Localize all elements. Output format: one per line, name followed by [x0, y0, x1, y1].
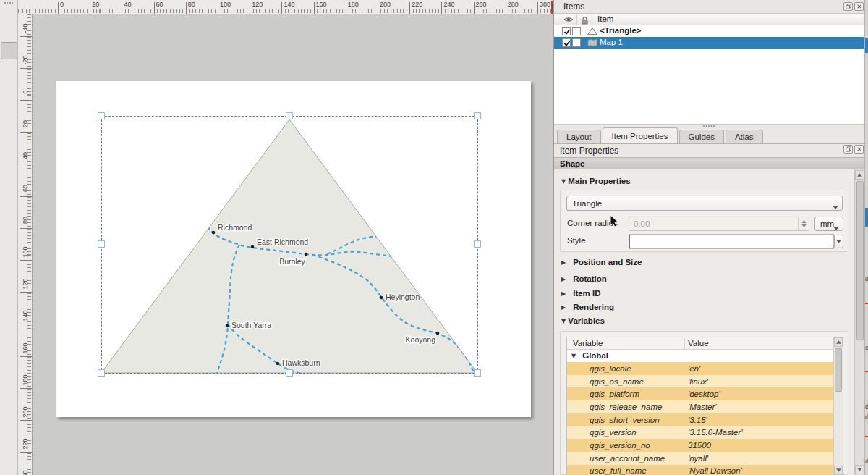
- scroll-up-button[interactable]: [855, 170, 864, 180]
- Rendering[interactable]: ▼ ▶ Rendering: [561, 303, 614, 311]
- undock-panel-button[interactable]: [843, 2, 853, 11]
- style-preview-swatch: [629, 235, 833, 248]
- item-type-icon: [587, 27, 597, 35]
- add-node-item-tool[interactable]: [1, 277, 17, 295]
- clipped-text-fragment: d: [865, 458, 868, 465]
- vertical-ruler: -40 -20 0 20 40 60 80 100 120 140 160 18…: [18, 14, 33, 475]
- Item ID[interactable]: ▼ ▶ Item ID: [561, 289, 601, 298]
- item-properties-scroll-area: ▼ ▶ Main Properties Triangle Corner radi…: [554, 169, 864, 475]
- edit-nodes-item-tool[interactable]: [1, 78, 17, 96]
- shape-type-combobox[interactable]: Triangle: [566, 196, 843, 211]
- item-row[interactable]: Map 1: [554, 37, 864, 49]
- selection-handle[interactable]: [98, 369, 105, 377]
- Position and Size[interactable]: ▼ ▶ Position and Size: [561, 258, 642, 266]
- variable-row[interactable]: user_full_name 'Nyall Dawson': [567, 465, 843, 475]
- zoom-tool[interactable]: [1, 24, 17, 41]
- selection-handle[interactable]: [286, 112, 293, 119]
- right-dock-panel: Items Item: [553, 0, 868, 475]
- Item Properties[interactable]: Item Properties: [603, 127, 678, 143]
- scrollbar-thumb[interactable]: [835, 348, 842, 392]
- variables-rows: qgis_locale 'en' qgis_os_name 'linux' qg…: [567, 362, 843, 475]
- clipped-text-fragment: ay: [865, 275, 868, 282]
- variable-value: 'linux': [688, 377, 708, 386]
- item-row[interactable]: <Triangle>: [554, 25, 864, 37]
- style-dropdown-button[interactable]: [834, 235, 843, 248]
- map-item-selection[interactable]: [101, 116, 478, 374]
- Atlas[interactable]: Atlas: [726, 130, 763, 143]
- variables-table-scrollbar[interactable]: [833, 337, 843, 475]
- style-button[interactable]: [629, 235, 843, 248]
- variable-row[interactable]: qgis_version '3.15.0-Master': [567, 426, 843, 439]
- Layout[interactable]: Layout: [557, 130, 601, 143]
- add-marker-tool[interactable]: [1, 241, 17, 258]
- global-variables-group-row[interactable]: ▼ Global: [567, 350, 843, 362]
- scrollbar-thumb[interactable]: [856, 181, 864, 340]
- scroll-down-button[interactable]: [855, 465, 864, 474]
- lock-checkbox[interactable]: [572, 38, 581, 47]
- select-move-item-tool[interactable]: [1, 42, 17, 59]
- selection-handle[interactable]: [98, 112, 105, 119]
- items-panel-title: Items: [563, 1, 584, 12]
- move-item-content-tool[interactable]: [1, 60, 17, 77]
- layout-canvas[interactable]: RichmondEast RichmondBurnleyHeyingtonSou…: [0, 0, 553, 475]
- chevron-down-icon: [833, 202, 838, 206]
- add-attribute-table-tool[interactable]: [1, 314, 17, 331]
- items-panel-header: Items: [554, 0, 864, 13]
- add-north-arrow-tool[interactable]: [1, 205, 17, 222]
- visibility-checkbox[interactable]: [562, 38, 571, 47]
- close-panel-button[interactable]: [854, 2, 864, 11]
- spin-buttons[interactable]: [798, 217, 809, 230]
- pan-tool[interactable]: [1, 6, 17, 23]
- items-list: <Triangle> Map 1: [554, 25, 864, 125]
- add-scalebar-tool[interactable]: [1, 187, 17, 204]
- close-panel-button[interactable]: [854, 145, 864, 154]
- variable-row[interactable]: user_account_name 'nyall': [567, 452, 843, 465]
- chevron-down-icon: ▼: [561, 318, 566, 324]
- Variables[interactable]: ▼ ▶ Variables: [561, 316, 605, 325]
- add-legend-tool[interactable]: [1, 169, 17, 186]
- item-type-icon: [587, 38, 597, 47]
- variable-name: qgis_release_name: [567, 403, 688, 411]
- add-3d-map-tool[interactable]: [1, 114, 17, 132]
- lock-checkbox[interactable]: [572, 27, 581, 35]
- selection-handle[interactable]: [286, 369, 293, 377]
- scroll-down-button[interactable]: [834, 466, 843, 475]
- add-shape-tool[interactable]: [1, 223, 17, 240]
- variables-table: Variable Value ▼ Global qgis_locale 'en': [566, 337, 843, 475]
- variable-row[interactable]: qgis_version_no 31500: [567, 439, 843, 452]
- variable-value: '3.15.0-Master': [688, 428, 742, 437]
- toolbar-grip[interactable]: [4, 2, 13, 4]
- variable-column-header: Variable: [573, 339, 603, 348]
- variable-row[interactable]: qgis_platform 'desktop': [567, 387, 843, 400]
- variables-table-header: Variable Value: [567, 337, 843, 350]
- Guides[interactable]: Guides: [679, 130, 724, 143]
- add-picture-tool[interactable]: [1, 133, 17, 150]
- variable-row[interactable]: qgis_os_name 'linux': [567, 375, 843, 388]
- corner-radius-spinbox[interactable]: 0.00: [629, 217, 809, 231]
- visibility-checkbox[interactable]: [562, 27, 571, 35]
- horizontal-ruler: 0 20 40 60 80 100 120 140 160 180 200 22…: [18, 0, 553, 14]
- selection-handle[interactable]: [474, 240, 481, 248]
- item-properties-scrollbar[interactable]: [854, 169, 864, 475]
- undock-panel-button[interactable]: [843, 145, 853, 154]
- variables-group: Variable Value ▼ Global qgis_locale 'en': [560, 331, 848, 475]
- selection-handle[interactable]: [98, 240, 105, 248]
- Rotation[interactable]: ▼ ▶ Rotation: [561, 274, 607, 283]
- add-fixed-table-tool[interactable]: [1, 332, 17, 349]
- add-html-tool[interactable]: [1, 295, 17, 313]
- selection-handle[interactable]: [474, 112, 481, 119]
- add-label-tool[interactable]: [1, 151, 17, 168]
- variable-row[interactable]: qgis_locale 'en': [567, 362, 843, 375]
- visibility-eye-icon: [563, 16, 574, 23]
- variable-row[interactable]: qgis_short_version '3.15': [567, 413, 843, 426]
- variable-name: qgis_version: [567, 428, 688, 437]
- scroll-up-button[interactable]: [834, 337, 843, 347]
- main-properties-section-header[interactable]: ▼ ▶ Main Properties: [561, 177, 631, 185]
- variable-name: user_account_name: [567, 454, 688, 463]
- add-map-tool[interactable]: [1, 96, 17, 114]
- chevron-right-icon: ▶: [561, 290, 571, 297]
- variable-row[interactable]: qgis_release_name 'Master': [567, 400, 843, 413]
- add-arrow-tool[interactable]: [1, 259, 17, 277]
- unit-combobox[interactable]: mm: [814, 217, 843, 231]
- selection-handle[interactable]: [474, 369, 481, 377]
